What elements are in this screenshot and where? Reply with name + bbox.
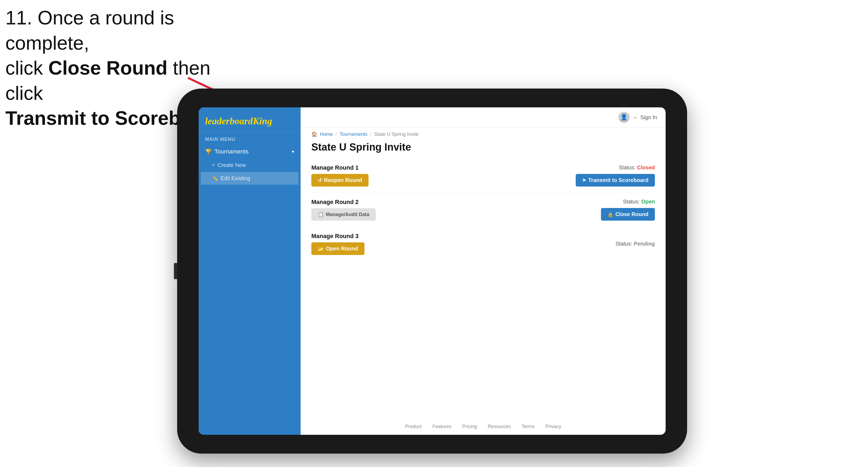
logo-text: leaderboardKing [205, 116, 294, 127]
round-3-status-label: Status: [615, 241, 632, 247]
tournaments-icon: 🏆 [205, 148, 212, 155]
round-1-status-label: Status: [619, 164, 635, 170]
tablet-screen: leaderboardKing MAIN MENU 🏆 Tournaments … [198, 107, 665, 435]
main-content: 👤 → Sign In 🏠 Home / Tournaments / State… [301, 107, 665, 435]
sign-in-label: → [632, 114, 638, 121]
audit-icon: 📋 [318, 212, 324, 217]
round-1-actions-left: ↺ Reopen Round [311, 174, 369, 187]
avatar: 👤 [618, 112, 630, 123]
round-3-status: Status: Pending [615, 241, 655, 247]
footer-resources[interactable]: Resources [488, 424, 511, 429]
sign-in-text: Sign In [641, 114, 657, 121]
round-1-right: Status: Closed ➤ Transmit to Scoreboard [576, 164, 655, 187]
breadcrumb: 🏠 Home / Tournaments / State U Spring In… [301, 127, 665, 139]
sidebar-edit-existing[interactable]: ✏️ Edit Existing [201, 172, 299, 185]
chevron-down-icon: ▾ [292, 149, 294, 155]
reopen-round-label: Reopen Round [324, 177, 362, 183]
round-3-status-value: Pending [634, 241, 655, 247]
breadcrumb-sep1: / [336, 131, 337, 137]
open-round-label: Open Round [326, 246, 358, 252]
logo-text2: King [253, 116, 272, 126]
round-1-status: Status: Closed [619, 164, 655, 171]
round-1-status-value: Closed [637, 164, 655, 170]
app-container: leaderboardKing MAIN MENU 🏆 Tournaments … [198, 107, 665, 435]
instruction-line2: click [5, 57, 48, 79]
round-2-status-value: Open [641, 198, 655, 205]
manage-audit-button[interactable]: 📋 Manage/Audit Data [311, 208, 376, 221]
sidebar-logo: leaderboardKing [198, 107, 301, 132]
sidebar-create-new[interactable]: + Create New [198, 159, 301, 172]
round-2-status: Status: Open [623, 198, 655, 205]
edit-icon: ✏️ [212, 176, 218, 181]
transmit-to-scoreboard-button[interactable]: ➤ Transmit to Scoreboard [576, 174, 655, 187]
round-row-1: Manage Round 1 ↺ Reopen Round Status: [311, 158, 655, 193]
footer-pricing[interactable]: Pricing [462, 424, 477, 429]
open-round-button[interactable]: 📂 Open Round [311, 242, 365, 255]
round-1-label: Manage Round 1 [311, 164, 369, 171]
edit-existing-label: Edit Existing [221, 175, 250, 181]
tablet-device: leaderboardKing MAIN MENU 🏆 Tournaments … [177, 89, 687, 454]
lock-icon: 🔒 [608, 212, 613, 217]
manage-audit-label: Manage/Audit Data [326, 212, 369, 217]
round-2-status-label: Status: [623, 198, 640, 205]
rounds-container: Manage Round 1 ↺ Reopen Round Status: [301, 158, 665, 418]
breadcrumb-home: 🏠 [311, 131, 317, 137]
round-3-right: Status: Pending [615, 241, 655, 247]
close-round-button[interactable]: 🔒 Close Round [601, 208, 655, 221]
reopen-icon: ↺ [318, 178, 322, 183]
close-round-label: Close Round [615, 211, 648, 217]
footer-features[interactable]: Features [432, 424, 452, 429]
footer: Product Features Pricing Resources Terms… [301, 418, 665, 435]
sidebar: leaderboardKing MAIN MENU 🏆 Tournaments … [198, 107, 301, 435]
instruction-line1: 11. Once a round is complete, [5, 7, 174, 54]
footer-product[interactable]: Product [405, 424, 422, 429]
breadcrumb-current: State U Spring Invite [374, 131, 418, 137]
sidebar-tournaments-label: Tournaments [214, 148, 249, 155]
logo-text1: leaderboard [205, 116, 253, 126]
round-3-left: Manage Round 3 📂 Open Round [311, 233, 365, 255]
round-3-label: Manage Round 3 [311, 233, 365, 240]
top-bar: 👤 → Sign In [301, 107, 665, 127]
sidebar-item-tournaments[interactable]: 🏆 Tournaments ▾ [198, 145, 301, 159]
transmit-icon: ➤ [582, 177, 586, 183]
instruction-bold1: Close Round [48, 57, 167, 79]
round-row-3: Manage Round 3 📂 Open Round Status: [311, 227, 655, 261]
create-new-label: Create New [218, 162, 246, 168]
breadcrumb-sep2: / [370, 131, 371, 137]
round-2-right: Status: Open 🔒 Close Round [601, 198, 655, 221]
folder-icon: 📂 [318, 246, 324, 252]
round-2-actions-left: 📋 Manage/Audit Data [311, 208, 376, 221]
sign-in-area[interactable]: 👤 → Sign In [618, 112, 657, 123]
breadcrumb-tournaments-link[interactable]: Tournaments [340, 131, 367, 137]
round-2-left: Manage Round 2 📋 Manage/Audit Data [311, 198, 376, 221]
tablet-side-button [174, 263, 177, 279]
round-2-label: Manage Round 2 [311, 198, 376, 206]
footer-privacy[interactable]: Privacy [546, 424, 561, 429]
transmit-label: Transmit to Scoreboard [588, 177, 649, 183]
round-3-actions-left: 📂 Open Round [311, 242, 365, 255]
reopen-round-button[interactable]: ↺ Reopen Round [311, 174, 369, 187]
round-row-2: Manage Round 2 📋 Manage/Audit Data Statu… [311, 193, 655, 227]
footer-terms[interactable]: Terms [522, 424, 535, 429]
round-1-left: Manage Round 1 ↺ Reopen Round [311, 164, 369, 187]
plus-icon: + [212, 162, 215, 168]
main-menu-label: MAIN MENU [198, 132, 301, 145]
page-title: State U Spring Invite [301, 139, 665, 158]
breadcrumb-home-link[interactable]: Home [320, 131, 333, 137]
